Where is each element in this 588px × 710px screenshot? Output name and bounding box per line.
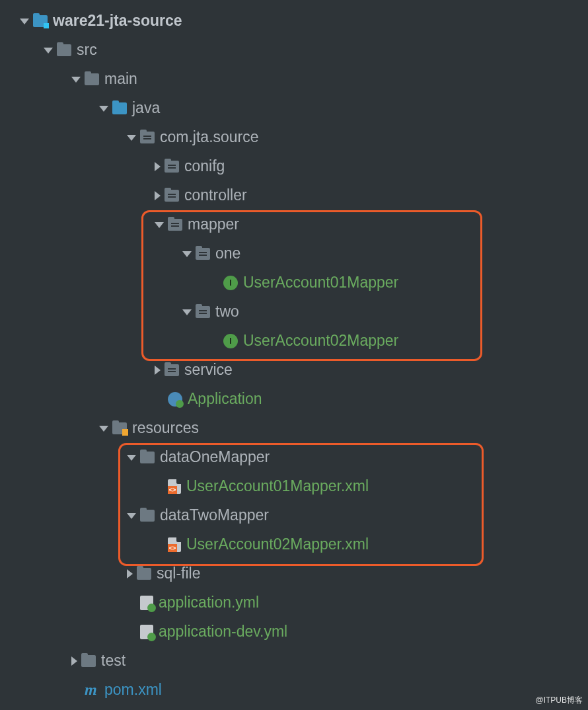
tree-item-sqlfile[interactable]: sql-file: [20, 559, 588, 588]
tree-label: application-dev.yml: [159, 623, 287, 641]
chevron-right-icon[interactable]: [71, 656, 77, 666]
tree-label: sql-file: [157, 565, 200, 583]
tree-label: com.jta.source: [160, 128, 259, 147]
tree-item-appyml[interactable]: application.yml: [20, 588, 588, 617]
tree-label: mapper: [188, 216, 239, 234]
package-icon: [165, 364, 179, 376]
tree-item-ua02mapper[interactable]: I UserAccount02Mapper: [20, 327, 588, 356]
chevron-right-icon[interactable]: [127, 569, 133, 578]
tree-label: two: [215, 303, 239, 321]
chevron-down-icon[interactable]: [182, 309, 192, 315]
package-icon: [165, 161, 179, 173]
tree-item-ua01mapper[interactable]: I UserAccount01Mapper: [20, 268, 588, 297]
tree-item-pom[interactable]: m pom.xml: [20, 676, 588, 705]
tree-item-application[interactable]: Application: [20, 385, 588, 414]
springboot-icon: [168, 392, 182, 407]
tree-item-mapper[interactable]: mapper: [20, 210, 588, 239]
xml-file-icon: [168, 479, 181, 494]
source-folder-icon: [112, 102, 127, 114]
chevron-right-icon[interactable]: [155, 191, 161, 200]
package-icon: [196, 248, 210, 260]
tree-label: dataOneMapper: [160, 448, 270, 467]
tree-item-ua02xml[interactable]: UserAccount02Mapper.xml: [20, 530, 588, 559]
yaml-file-icon: [140, 625, 153, 639]
package-icon: [140, 132, 155, 143]
tree-label: main: [104, 70, 137, 89]
interface-icon: I: [223, 276, 238, 290]
chevron-right-icon[interactable]: [155, 366, 161, 375]
tree-label: resources: [132, 419, 199, 438]
tree-item-datatwomapper[interactable]: dataTwoMapper: [20, 501, 588, 530]
package-icon: [165, 190, 179, 202]
tree-item-appdevyml[interactable]: application-dev.yml: [20, 617, 588, 647]
tree-label: application.yml: [159, 594, 259, 612]
chevron-down-icon[interactable]: [71, 77, 81, 83]
tree-item-main[interactable]: main: [20, 65, 588, 94]
tree-label: pom.xml: [104, 681, 162, 699]
module-folder-icon: [33, 15, 48, 27]
xml-file-icon: [168, 537, 181, 552]
project-tree[interactable]: ware21-jta-source src main java com.jta.…: [0, 0, 588, 705]
chevron-down-icon[interactable]: [182, 251, 192, 257]
package-icon: [168, 219, 182, 231]
tree-label: conifg: [184, 157, 225, 176]
tree-label: ware21-jta-source: [53, 12, 182, 30]
yaml-file-icon: [140, 596, 153, 610]
folder-icon: [57, 44, 71, 56]
watermark: @ITPUB博客: [535, 695, 583, 706]
tree-item-service[interactable]: service: [20, 356, 588, 385]
chevron-right-icon[interactable]: [155, 162, 161, 171]
tree-label: java: [132, 99, 160, 118]
chevron-down-icon[interactable]: [99, 106, 108, 112]
chevron-down-icon[interactable]: [155, 222, 164, 228]
tree-item-conifg[interactable]: conifg: [20, 152, 588, 181]
tree-item-controller[interactable]: controller: [20, 181, 588, 210]
tree-label: UserAccount02Mapper: [243, 332, 398, 350]
tree-item-two[interactable]: two: [20, 297, 588, 327]
maven-pom-icon: m: [85, 683, 99, 697]
tree-label: controller: [184, 186, 247, 205]
folder-icon: [140, 510, 155, 522]
folder-icon: [85, 73, 99, 85]
tree-label: src: [77, 41, 97, 59]
tree-item-package[interactable]: com.jta.source: [20, 123, 588, 152]
resources-folder-icon: [112, 422, 127, 434]
folder-icon: [81, 655, 96, 667]
tree-label: dataTwoMapper: [160, 506, 269, 525]
tree-label: one: [215, 245, 240, 263]
folder-icon: [140, 452, 155, 463]
tree-item-ua01xml[interactable]: UserAccount01Mapper.xml: [20, 472, 588, 501]
tree-item-resources[interactable]: resources: [20, 414, 588, 443]
tree-item-root[interactable]: ware21-jta-source: [20, 7, 588, 36]
chevron-down-icon[interactable]: [20, 19, 29, 24]
chevron-down-icon[interactable]: [127, 135, 136, 141]
chevron-down-icon[interactable]: [99, 426, 108, 432]
chevron-down-icon[interactable]: [127, 455, 136, 461]
folder-icon: [137, 568, 151, 580]
tree-label: UserAccount01Mapper: [243, 274, 398, 292]
package-icon: [196, 306, 210, 318]
tree-label: test: [101, 652, 126, 670]
tree-item-dataonemapper[interactable]: dataOneMapper: [20, 443, 588, 472]
tree-label: UserAccount01Mapper.xml: [186, 477, 369, 496]
interface-icon: I: [223, 334, 238, 348]
chevron-down-icon[interactable]: [44, 48, 53, 54]
chevron-down-icon[interactable]: [127, 513, 136, 519]
tree-label: Application: [188, 390, 262, 409]
tree-label: service: [184, 361, 233, 379]
tree-label: UserAccount02Mapper.xml: [186, 535, 369, 554]
tree-item-src[interactable]: src: [20, 36, 588, 65]
tree-item-java[interactable]: java: [20, 94, 588, 123]
tree-item-test[interactable]: test: [20, 647, 588, 676]
tree-item-one[interactable]: one: [20, 239, 588, 268]
